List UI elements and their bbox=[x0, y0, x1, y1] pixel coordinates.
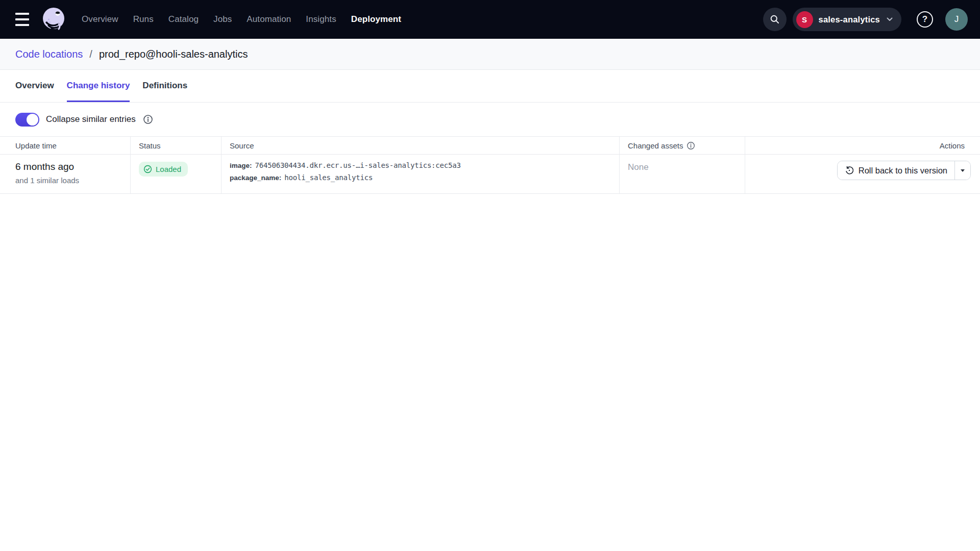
search-button[interactable] bbox=[763, 8, 787, 31]
source-package-value: hooli_sales_analytics bbox=[284, 173, 373, 182]
caret-down-icon bbox=[961, 169, 965, 172]
col-changed-assets: Changed assets bbox=[619, 137, 745, 154]
page-title: prod_repo@hooli-sales-analytics bbox=[99, 48, 248, 60]
breadcrumb-code-locations-link[interactable]: Code locations bbox=[15, 48, 83, 60]
status-label: Loaded bbox=[156, 165, 181, 173]
nav-insights[interactable]: Insights bbox=[306, 14, 336, 24]
menu-icon bbox=[15, 13, 29, 15]
info-icon bbox=[143, 114, 153, 124]
primary-nav: Overview Runs Catalog Jobs Automation In… bbox=[82, 14, 401, 24]
source-cell: image: 764506304434.dkr.ecr.us-…i-sales-… bbox=[221, 155, 619, 193]
source-package-key: package_name: bbox=[230, 174, 281, 182]
rollback-button-label: Roll back to this version bbox=[859, 166, 947, 176]
check-circle-icon bbox=[143, 165, 152, 173]
tab-overview[interactable]: Overview bbox=[15, 70, 54, 102]
table-row: 6 months ago and 1 similar loads Loaded … bbox=[0, 155, 980, 194]
chevron-down-icon bbox=[887, 17, 893, 21]
change-history-table: Update time Status Source Changed assets… bbox=[0, 136, 980, 194]
menu-button[interactable] bbox=[15, 13, 32, 26]
status-badge: Loaded bbox=[139, 162, 188, 177]
workspace-label: sales-analytics bbox=[819, 15, 880, 24]
col-actions: Actions bbox=[745, 137, 980, 154]
status-cell: Loaded bbox=[130, 155, 221, 193]
nav-overview[interactable]: Overview bbox=[82, 14, 118, 24]
nav-deployment[interactable]: Deployment bbox=[351, 14, 401, 24]
collapse-info-button[interactable] bbox=[143, 114, 153, 124]
filter-row: Collapse similar entries bbox=[0, 103, 980, 136]
nav-runs[interactable]: Runs bbox=[133, 14, 154, 24]
collapse-similar-toggle[interactable] bbox=[15, 113, 39, 127]
tabs: Overview Change history Definitions bbox=[0, 70, 980, 103]
collapse-toggle-label: Collapse similar entries bbox=[46, 114, 136, 124]
changed-assets-cell: None bbox=[619, 155, 745, 193]
breadcrumb: Code locations / prod_repo@hooli-sales-a… bbox=[0, 39, 980, 70]
user-avatar[interactable]: J bbox=[945, 8, 968, 31]
workspace-switcher[interactable]: S sales-analytics bbox=[793, 8, 901, 31]
nav-automation[interactable]: Automation bbox=[247, 14, 291, 24]
update-time-cell: 6 months ago and 1 similar loads bbox=[0, 155, 130, 193]
nav-jobs[interactable]: Jobs bbox=[213, 14, 232, 24]
source-image-key: image: bbox=[230, 162, 252, 169]
search-icon bbox=[770, 14, 780, 24]
dagster-logo-icon[interactable] bbox=[40, 6, 67, 33]
nav-catalog[interactable]: Catalog bbox=[168, 14, 199, 24]
help-icon: ? bbox=[917, 11, 933, 28]
changed-assets-info-icon[interactable] bbox=[687, 141, 695, 150]
update-time-value: 6 months ago bbox=[15, 161, 122, 172]
rollback-button[interactable]: Roll back to this version bbox=[838, 161, 954, 180]
similar-loads-note: and 1 similar loads bbox=[15, 176, 122, 185]
tab-change-history[interactable]: Change history bbox=[67, 70, 130, 102]
top-nav-bar: Overview Runs Catalog Jobs Automation In… bbox=[0, 0, 980, 39]
workspace-avatar: S bbox=[796, 11, 813, 28]
col-source: Source bbox=[221, 137, 619, 154]
tab-definitions[interactable]: Definitions bbox=[142, 70, 187, 102]
help-button[interactable]: ? bbox=[917, 11, 933, 28]
actions-cell: Roll back to this version bbox=[745, 155, 980, 193]
table-header-row: Update time Status Source Changed assets… bbox=[0, 136, 980, 155]
breadcrumb-separator: / bbox=[89, 48, 92, 60]
source-image-value: 764506304434.dkr.ecr.us-…i-sales-analyti… bbox=[255, 161, 461, 169]
col-update-time: Update time bbox=[0, 137, 130, 154]
history-rollback-icon bbox=[845, 166, 854, 175]
rollback-split-button: Roll back to this version bbox=[837, 161, 971, 180]
col-status: Status bbox=[130, 137, 221, 154]
rollback-dropdown-button[interactable] bbox=[954, 161, 970, 180]
